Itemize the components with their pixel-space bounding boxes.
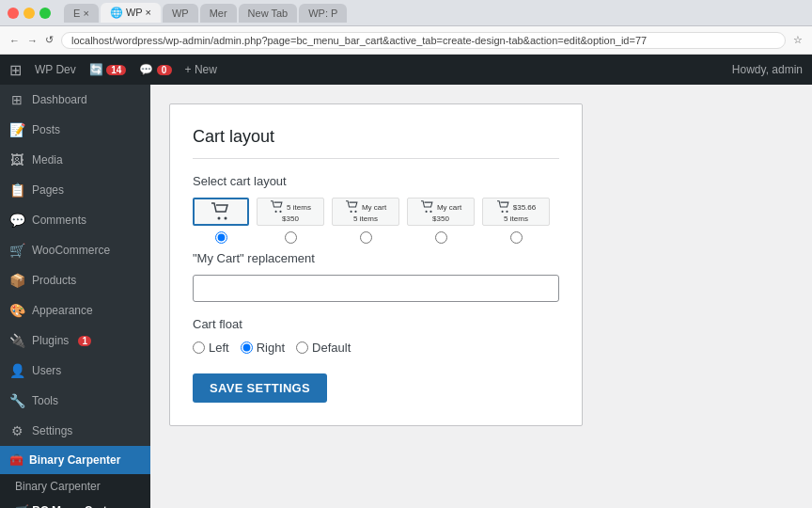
- browser-tab-active[interactable]: 🌐 WP ×: [101, 3, 161, 23]
- wp-logo-icon[interactable]: ⊞: [9, 61, 22, 79]
- reload-button[interactable]: ↺: [45, 34, 54, 46]
- sidebar-item-posts[interactable]: 📝 Posts: [0, 115, 150, 145]
- settings-icon: ⚙: [9, 423, 24, 438]
- cart-float-label: Cart float: [193, 317, 559, 331]
- cart-layout-radio-input-1[interactable]: [215, 231, 227, 244]
- sidebar-item-settings[interactable]: ⚙ Settings: [0, 416, 150, 446]
- cart-layout-radio-input-3[interactable]: [360, 231, 372, 244]
- plugins-badge: 1: [78, 336, 91, 346]
- svg-point-1: [225, 217, 227, 220]
- dashboard-icon: ⊞: [9, 92, 24, 107]
- svg-point-9: [506, 211, 508, 213]
- maximize-button[interactable]: [39, 8, 51, 19]
- new-content-button[interactable]: + New: [185, 63, 217, 76]
- cart-float-left-option[interactable]: Left: [193, 341, 229, 355]
- browser-tab-5[interactable]: WP: P: [299, 4, 347, 23]
- woocommerce-icon: 🛒: [9, 243, 24, 258]
- my-cart-replacement-input[interactable]: [193, 275, 559, 302]
- my-cart-replacement-label: "My Cart" replacement: [193, 251, 559, 265]
- pages-label: Pages: [32, 183, 64, 197]
- cart-layout-option-4[interactable]: My cart $350: [407, 198, 475, 244]
- cart-layout-img-3: My cart 5 items: [332, 198, 399, 226]
- cart-layout-option-1[interactable]: [193, 198, 249, 244]
- browser-tabs: E × 🌐 WP × WP Mer New Tab WP: P: [64, 3, 804, 23]
- cart-layout-radio-4[interactable]: [435, 231, 447, 244]
- svg-point-0: [218, 217, 221, 220]
- browser-tab-4[interactable]: New Tab: [239, 4, 298, 23]
- woocommerce-label: WooCommerce: [32, 244, 110, 257]
- comments-icon[interactable]: 💬 0: [139, 63, 171, 76]
- cart-layout-radio-input-4[interactable]: [435, 231, 447, 244]
- cart-float-default-radio[interactable]: [296, 341, 308, 354]
- site-name[interactable]: WP Dev: [35, 63, 76, 76]
- svg-point-5: [354, 211, 356, 213]
- bc-submenu-item-cart[interactable]: 🛒 BC Menu Cart: [0, 499, 150, 508]
- cart-icon-1: [211, 202, 231, 221]
- comments-label: Comments: [32, 214, 86, 227]
- svg-point-6: [425, 211, 427, 213]
- cart-layout-img-2: 5 items $350: [257, 198, 324, 226]
- browser-tab-3[interactable]: Mer: [200, 4, 237, 23]
- binary-carpenter-header[interactable]: 🧰 Binary Carpenter: [0, 446, 150, 474]
- cart-float-right-label: Right: [257, 341, 285, 355]
- cart-layout-option-2[interactable]: 5 items $350: [257, 198, 324, 244]
- cart-icon-3: [345, 200, 360, 214]
- cart-icon-5: [496, 200, 511, 214]
- browser-tab[interactable]: E ×: [64, 4, 99, 23]
- wp-admin-bar: ⊞ WP Dev 🔄 14 💬 0 + New Howdy, admin: [0, 55, 812, 85]
- sidebar-item-dashboard[interactable]: ⊞ Dashboard: [0, 85, 150, 115]
- cart-layout-radio-1[interactable]: [215, 231, 227, 244]
- products-icon: 📦: [9, 273, 24, 288]
- save-settings-button[interactable]: SAVE SETTINGS: [193, 373, 327, 403]
- comments-menu-icon: 💬: [9, 213, 24, 228]
- svg-point-2: [275, 211, 277, 213]
- cart-float-left-label: Left: [209, 341, 229, 355]
- svg-point-3: [280, 211, 282, 213]
- sidebar-item-woocommerce[interactable]: 🛒 WooCommerce: [0, 235, 150, 265]
- minimize-button[interactable]: [23, 8, 35, 19]
- sidebar-item-users[interactable]: 👤 Users: [0, 356, 150, 386]
- sidebar-item-plugins[interactable]: 🔌 Plugins 1: [0, 325, 150, 356]
- cart-layout-option-3[interactable]: My cart 5 items: [332, 198, 399, 244]
- posts-icon: 📝: [9, 122, 24, 137]
- forward-button[interactable]: →: [27, 35, 38, 46]
- address-input[interactable]: [61, 32, 786, 49]
- cart-float-right-option[interactable]: Right: [241, 341, 285, 355]
- cart-layout-radio-5[interactable]: [510, 231, 523, 244]
- plugins-label: Plugins: [32, 334, 69, 347]
- cart-layout-radio-2[interactable]: [285, 231, 297, 244]
- cart-layout-radio-input-5[interactable]: [510, 231, 523, 244]
- cart-layout-radio-3[interactable]: [360, 231, 372, 244]
- sidebar-item-comments[interactable]: 💬 Comments: [0, 205, 150, 235]
- cart-float-default-label: Default: [312, 341, 351, 355]
- svg-point-8: [501, 211, 503, 213]
- tools-label: Tools: [32, 394, 58, 407]
- cart-layout-label: Select cart layout: [193, 174, 559, 188]
- cart-layouts: 5 items $350: [193, 198, 559, 244]
- sidebar-item-products[interactable]: 📦 Products: [0, 265, 150, 295]
- users-label: Users: [32, 364, 61, 377]
- updates-icon[interactable]: 🔄 14: [89, 63, 126, 76]
- cart-float-default-option[interactable]: Default: [296, 341, 351, 355]
- close-button[interactable]: [8, 8, 19, 19]
- sidebar: ⊞ Dashboard 📝 Posts 🖼 Media 📋 Pages 💬 Co…: [0, 85, 150, 508]
- cart-float-left-radio[interactable]: [193, 341, 205, 354]
- cart-float-options: Left Right Default: [193, 341, 559, 355]
- bc-menu-cart-icon: 🛒: [15, 504, 32, 508]
- dashboard-label: Dashboard: [32, 93, 87, 106]
- sidebar-item-pages[interactable]: 📋 Pages: [0, 175, 150, 205]
- sidebar-item-tools[interactable]: 🔧 Tools: [0, 386, 150, 416]
- sidebar-item-appearance[interactable]: 🎨 Appearance: [0, 295, 150, 325]
- bc-submenu-item-main[interactable]: Binary Carpenter: [0, 474, 150, 499]
- cart-float-right-radio[interactable]: [241, 341, 253, 354]
- browser-tab-2[interactable]: WP: [163, 4, 198, 23]
- window-controls[interactable]: [8, 8, 51, 19]
- cart-layout-radio-input-2[interactable]: [285, 231, 297, 244]
- sidebar-item-media[interactable]: 🖼 Media: [0, 145, 150, 175]
- svg-point-4: [350, 211, 351, 213]
- updates-badge: 14: [106, 65, 126, 75]
- back-button[interactable]: ←: [9, 35, 20, 46]
- cart-layout-option-5[interactable]: $35.66 5 items: [482, 198, 550, 244]
- settings-label: Settings: [32, 424, 72, 437]
- bookmark-icon[interactable]: ☆: [793, 34, 803, 46]
